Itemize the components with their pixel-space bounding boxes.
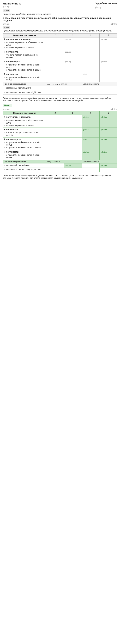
ans-reading-item-2: истории о правилах в школе	[4, 124, 45, 126]
ans-speak-col3	[64, 138, 82, 150]
row-reading-col3: gdz.top	[64, 38, 82, 50]
ans-grammar-header-label: чек-лист по грамматике	[3, 160, 46, 164]
page-header: Упражнение IV gdz.top Подробное решение …	[3, 2, 117, 8]
row-understand-col3: gdz.top	[64, 50, 82, 60]
row-reading-col5: gdz.top	[100, 38, 117, 50]
ans-speak-item-1: о правилах и обязанностях в моей семье	[4, 141, 45, 146]
ans-grammar-row-2: модальные глаголы may, might, must	[3, 168, 117, 172]
page: Упражнение IV gdz.top Подробное решение …	[0, 0, 120, 183]
row-reading-col4	[82, 38, 100, 50]
row-reading-desc: Я могу читать и понимать: истории о прав…	[3, 38, 46, 50]
row-speak-col3: gdz.top	[64, 60, 82, 72]
row-write-col2	[46, 72, 64, 82]
ans-grammar-header-row: чек-лист по грамматике могу понимать мог…	[3, 160, 117, 164]
step1-text: Прочитаем и поймём, что нам нужно сделат…	[3, 13, 117, 15]
ans-write-col2	[46, 150, 64, 160]
grammar-header-label: чек-лист по грамматике	[3, 82, 46, 86]
ans-understand-item-1: что дети говорят о правилах в их семьях	[4, 132, 45, 136]
speak-item-2: о правилах и обязанностях в школе	[4, 69, 45, 71]
ans-col-header-3: 3	[64, 111, 82, 115]
ans-col-header-desc: Описание достижения	[3, 111, 46, 115]
ans-write-col5: gdz.top	[100, 150, 117, 160]
row-write-col4: gdz.top	[82, 72, 100, 82]
ans-reading-item-1: истории о правилах и обязанностях по дом…	[4, 119, 45, 124]
grammar-item-1: модальный глагол have to	[3, 86, 46, 90]
ans-grammar-row-1: модальный глагол have to gdz.top gdz.top	[3, 164, 117, 168]
table-row: Я могу писать: о правилах и обязанностях…	[3, 150, 117, 160]
col-header-3: 3	[64, 34, 82, 38]
ans-grammar-2-col4	[82, 168, 100, 172]
note1: Обрати внимание также на учебные умения …	[3, 97, 117, 102]
ans-grammar-1-col2	[46, 164, 64, 168]
ans-speak-col5: gdz.top	[100, 138, 117, 150]
ans-reading-col2	[46, 115, 64, 128]
table-row: Я могу говорить: о правилах и обязанност…	[3, 138, 117, 150]
grammar-header-col4: могу использовать	[82, 82, 117, 86]
grammar-header-col2: могу понимать gdz.top	[46, 82, 82, 86]
grammar-row-1: модальный глагол have to	[3, 86, 117, 90]
answer-label: Ответ	[3, 104, 12, 107]
col-header-4: 4	[82, 34, 100, 38]
ans-speak-col2	[46, 138, 64, 150]
grammar-header-row: чек-лист по грамматике могу понимать gdz…	[3, 82, 117, 86]
ans-grammar-1-col4	[82, 164, 100, 168]
table-row: Я могу писать: о правилах и обязанностях…	[3, 72, 117, 82]
understand-item-1: что дети говорят о правилах в их семьях	[4, 54, 45, 58]
step2-text: Прочитаем и переведём информацию, по кот…	[3, 30, 117, 32]
speak-item-1: о правилах и обязанностях в моей семье	[4, 64, 45, 68]
grammar-row-2: модальные глаголы may, might, must	[3, 90, 117, 95]
row-speak-col4	[82, 60, 100, 72]
grammar-item-1-cells	[46, 86, 117, 90]
ans-write-item-1: о правилах и обязанностях в моей семье	[4, 154, 45, 159]
ans-speak-item-2: о правилах и обязанностях в школе	[4, 146, 45, 149]
ans-speak-col4: gdz.top	[82, 138, 100, 150]
ans-col-header-5: 5	[100, 111, 117, 115]
ans-understand-col4: gdz.top	[82, 128, 100, 138]
ans-row-write-desc: Я могу писать: о правилах и обязанностях…	[3, 150, 46, 160]
row-understand-desc: Я могу понять: что дети говорят о правил…	[3, 50, 46, 60]
table-row: Я могу читать и понимать: истории о прав…	[3, 38, 117, 50]
ans-grammar-header-col2: могу понимать	[46, 160, 82, 164]
ans-grammar-item-1: модальный глагол have to	[3, 164, 46, 168]
ans-grammar-1-col5: gdz.top	[100, 164, 117, 168]
ans-row-understand-desc: Я могу понять: что дети говорят о правил…	[3, 128, 46, 138]
ans-col-header-2: 2	[46, 111, 64, 115]
ans-grammar-2-col3	[64, 168, 82, 172]
row-understand-col2	[46, 50, 64, 60]
ans-grammar-1-col3: gdz.top	[64, 164, 82, 168]
write-item-1: о правилах и обязанностях в моей семье	[4, 76, 45, 81]
row-understand-col4	[82, 50, 100, 60]
row-speak-col5: gdz.top	[100, 60, 117, 72]
table-row: Я могу понять: что дети говорят о правил…	[3, 128, 117, 138]
table-row: Я могу понять: что дети говорят о правил…	[3, 50, 117, 60]
grammar-item-2-cells	[46, 90, 117, 95]
ans-grammar-header-col4: могу использовать	[82, 160, 117, 164]
ans-understand-col5: gdz.top	[100, 128, 117, 138]
row-speak-desc: Я могу говорить: о правилах и обязанност…	[3, 60, 46, 72]
title-block: Упражнение IV gdz.top	[3, 2, 21, 8]
reading-item-2: истории о правилах в школе	[4, 46, 45, 49]
ans-grammar-2-col2	[46, 168, 64, 172]
ans-row-speak-desc: Я могу говорить: о правилах и обязанност…	[3, 138, 46, 150]
ans-understand-col2	[46, 128, 64, 138]
answer-table: Описание достижения 2 3 4 5 Я могу читат…	[3, 111, 117, 172]
exercise-title: Упражнение IV	[3, 2, 21, 5]
ans-understand-col3	[64, 128, 82, 138]
subtitle-block: Подробное решение gdz.top	[95, 2, 117, 8]
ans-grammar-2-col5	[100, 168, 117, 172]
row-reading-col2	[46, 38, 64, 50]
main-table: Описание достижения 2 3 4 5 Я могу читат…	[3, 33, 117, 95]
step2-label: 2 шаг	[3, 26, 10, 29]
watermark-1: gdz.top	[3, 6, 9, 8]
answer-watermark-1: gdz.top	[3, 108, 9, 110]
answer-watermark-2: gdz.top	[111, 108, 117, 110]
ans-reading-col4: gdz.top	[82, 115, 100, 128]
row-write-col5	[100, 72, 117, 82]
watermark-2: gdz.top	[95, 6, 101, 8]
note2: Обрати внимание также на учебные умения …	[3, 174, 117, 179]
ans-col-header-4: 4	[82, 111, 100, 115]
row-write-col3	[64, 72, 82, 82]
ans-write-col3	[64, 150, 82, 160]
subtitle: Подробное решение	[95, 2, 117, 5]
table-row: Я могу читать и понимать: истории о прав…	[3, 115, 117, 128]
